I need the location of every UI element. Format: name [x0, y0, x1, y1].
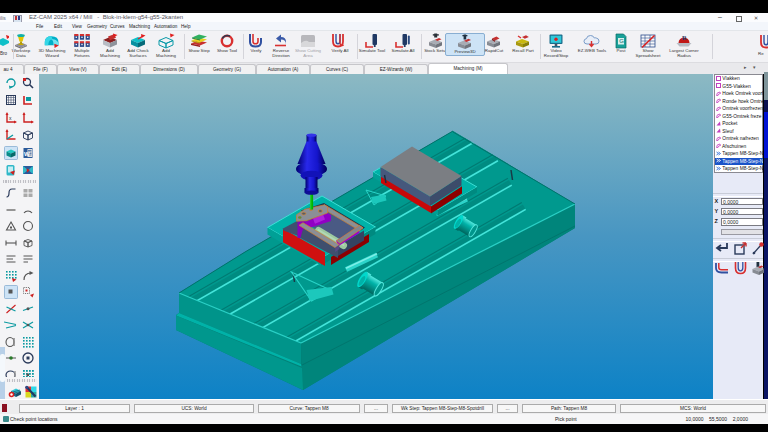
svg-text:W: W — [24, 150, 30, 156]
svg-text:G: G — [619, 38, 624, 44]
svg-text:R: R — [682, 33, 687, 40]
svg-text:x: x — [9, 115, 12, 121]
